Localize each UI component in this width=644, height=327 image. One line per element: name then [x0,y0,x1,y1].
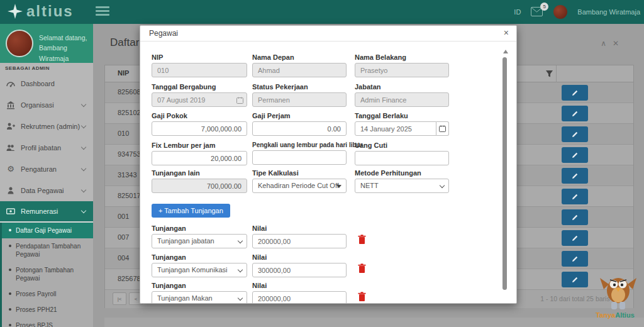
chevron-down-icon [238,296,243,301]
field-gaji-perjam: Gaji Perjam [252,112,347,136]
sidebar-item-profil-jabatan[interactable]: Profil jabatan [0,137,93,158]
nilai-input[interactable] [252,234,347,248]
dashboard-icon [6,79,15,88]
field-jabatan: Jabatan [355,83,449,107]
filter-icon[interactable] [545,69,553,80]
trash-icon [358,292,366,301]
fix-lembur-input[interactable] [152,151,247,165]
sidebar-menu: Dashboard Organisasi Rekrutmen (admin) P… [0,73,93,327]
tunjangan-row-2-type: Tunjangan Tunjangan Komunikasi [152,253,247,277]
panel-close-icon[interactable]: ✕ [613,39,625,48]
metode-perhitungan-select[interactable]: NETT [355,179,449,193]
status-pekerjaan-input[interactable] [252,92,347,107]
trash-icon [358,235,366,244]
calendar-picker-button[interactable] [436,121,449,136]
edit-row-button[interactable] [562,230,588,246]
tunjangan-select[interactable]: Tunjangan jabatan [152,234,247,248]
nip-input[interactable] [152,63,247,77]
bullet-icon [9,292,11,295]
gaji-perjam-input[interactable] [252,121,347,136]
chevron-down-icon [81,101,86,106]
edit-row-button[interactable] [562,251,588,267]
pengkali-lembur-input[interactable] [252,150,347,165]
dropdown-arrow-icon [336,185,341,188]
edit-row-button[interactable] [562,209,588,225]
sidebar-user-block: Selamat datang, Bambang Wiratmaja [0,24,93,63]
tanggal-berlaku-input[interactable] [355,121,436,136]
gaji-pokok-input[interactable] [152,121,247,136]
delete-tunjangan-button[interactable] [357,292,367,303]
user-plus-icon [6,122,15,131]
tunjangan-select[interactable]: Tunjangan Makan [152,291,247,304]
sidebar-item-data-pegawai[interactable]: Data Pegawai [0,180,93,201]
calendar-icon [439,125,446,132]
nama-belakang-input[interactable] [355,63,449,77]
edit-row-button[interactable] [562,168,588,184]
field-tanggal-bergabung: Tanggal Bergabung [152,83,247,107]
uang-cuti-input[interactable] [355,151,449,165]
edit-row-button[interactable] [562,106,588,121]
language-selector[interactable]: ID [514,8,521,16]
tambah-tunjangan-button[interactable]: + Tambah Tunjangan [152,204,230,218]
delete-tunjangan-button[interactable] [357,263,367,275]
tunjangan-select[interactable]: Tunjangan Komunikasi [152,263,247,277]
tipe-kalkulasi-select[interactable]: Kehadiran Periode Cut Off [252,179,347,193]
sidebar-subitem-proses-payroll[interactable]: Proses Payroll [2,286,93,302]
edit-row-button[interactable] [562,85,588,101]
pencil-icon [571,152,579,159]
app-window: altius ID 5 Bambang Wiratmaja Selamat da… [0,0,644,327]
brand-logo[interactable]: altius [8,3,74,20]
modal-close-icon[interactable]: × [504,28,509,38]
pager-first-button[interactable]: |< [113,292,126,305]
scrollbar-up-arrow[interactable] [503,50,508,53]
sidebar-subitem-proses-pph21[interactable]: Proses PPH21 [2,302,93,318]
jabatan-input[interactable] [355,92,449,107]
field-status-pekerjaan: Status Pekerjaan [252,83,347,107]
tunjangan-lain-input[interactable] [152,179,247,193]
mascot-label: TanyaAltius [586,311,644,319]
edit-row-button[interactable] [562,189,588,204]
chat-mascot[interactable] [599,270,638,313]
sidebar-item-remunerasi[interactable]: Remunerasi [0,201,93,223]
pencil-icon [571,172,579,180]
sidebar-item-dashboard[interactable]: Dashboard [0,73,93,94]
nilai-input[interactable] [252,263,347,277]
chevron-down-icon [81,123,86,128]
col-header-nip: NIP [118,69,129,77]
bullet-icon [9,229,11,231]
field-fix-lembur: Fix Lembur per jam [152,141,247,165]
bottom-panel-edge [104,318,644,327]
field-tunjangan-lain: Tunjangan lain [152,169,247,193]
delete-tunjangan-button[interactable] [357,235,367,246]
user-name[interactable]: Bambang Wiratmaja [577,8,640,16]
sidebar-item-rekrutmen[interactable]: Rekrutmen (admin) [0,116,93,137]
panel-collapse-icon[interactable]: ∧ [601,39,613,48]
mail-icon[interactable]: 5 [531,7,543,17]
sidebar-subitem-daftar-gaji[interactable]: Daftar Gaji Pegawai [2,223,93,238]
sidebar-subitem-pendapatan-tambahan[interactable]: Pendapatan Tambahan Pegawai [2,238,93,262]
scrollbar-thumb[interactable] [502,57,507,290]
sidebar-item-organisasi[interactable]: Organisasi [0,94,93,116]
chevron-down-icon [81,165,86,170]
field-tanggal-berlaku: Tanggal Berlaku [355,112,449,136]
edit-row-button[interactable] [562,147,588,163]
sidebar-subitem-proses-bpjs[interactable]: Proses BPJS [2,318,93,327]
bullet-icon [9,324,11,326]
edit-row-button[interactable] [562,272,588,287]
hamburger-menu-icon[interactable] [96,6,109,17]
money-icon [6,207,15,216]
pencil-icon [571,193,579,201]
panel-controls: ∧✕ [601,39,625,48]
edit-row-button[interactable] [562,126,588,142]
sidebar-subitem-potongan-tambahan[interactable]: Potongan Tambahan Pegawai [2,262,93,286]
nilai-input[interactable] [252,291,347,304]
user-avatar[interactable] [553,5,567,19]
field-gaji-pokok: Gaji Pokok [152,112,247,136]
users-icon [6,143,15,152]
tanggal-bergabung-input[interactable] [152,92,247,107]
nama-depan-input[interactable] [252,63,347,77]
sidebar-item-pengaturan[interactable]: ⚙ Pengaturan [0,158,93,180]
mail-badge: 5 [540,3,548,11]
user-icon [6,186,15,195]
pencil-icon [571,276,579,284]
